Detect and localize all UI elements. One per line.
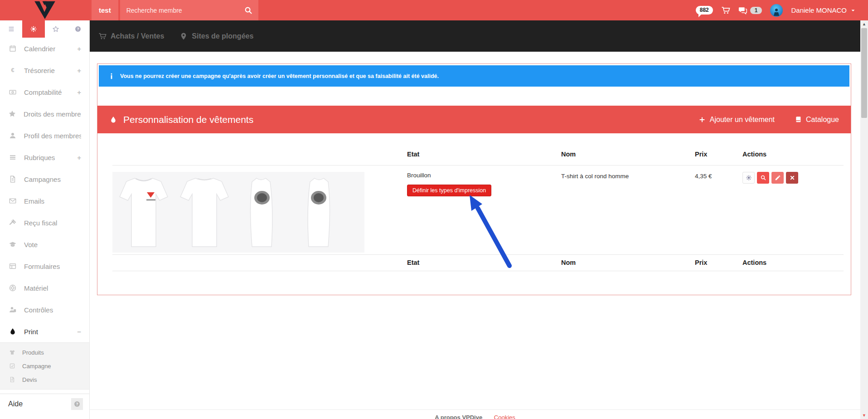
scrollbar[interactable]: ▲ ▼ [860,20,868,419]
map-pin-icon [179,32,188,40]
nom-value: T-shirt à col rond homme [561,173,629,180]
expand-toggle[interactable]: − [77,328,81,336]
sidebar-menu: Calendrier+€Trésorerie+Comptabilité+Droi… [0,38,89,342]
expand-toggle[interactable]: + [77,88,81,96]
expand-toggle[interactable]: + [77,67,81,74]
sidebar-tabs: ? [0,20,89,38]
user-menu[interactable]: Daniele MONACO [791,6,856,14]
gear-icon [746,175,752,181]
drop-icon [109,116,117,124]
avatar[interactable] [770,4,783,17]
expand-toggle[interactable]: + [77,154,81,161]
nav-item-sites-de-plong-es[interactable]: Sites de plongées [179,32,253,40]
garments-table: EtatNomPrixActions [112,143,844,271]
sidebar-item-campagnes[interactable]: Campagnes [0,168,89,190]
actions-cell [742,165,844,254]
sidebar-item-print[interactable]: Print− [0,321,89,342]
cookies-link[interactable]: Cookies [494,414,515,419]
search-icon[interactable] [238,0,258,20]
scrollbar-up-arrow[interactable]: ▲ [860,20,868,28]
list-icon [8,153,17,161]
messages-group[interactable]: 1 [738,6,762,15]
table-wrapper: EtatNomPrixActions [97,143,851,271]
table-icon [8,262,17,270]
sidebar-item-droits-des-membres[interactable]: Droits des membres [0,103,89,125]
nav-item-achats-ventes[interactable]: Achats / Ventes [98,32,164,40]
sidebar-item-contr-les[interactable]: Contrôles [0,299,89,321]
sidebar-item-emails[interactable]: Emails [0,190,89,212]
table-header-row: EtatNomPrixActions [112,143,844,165]
alert-text: Vous ne pourrez créer une campagne qu'ap… [120,73,439,79]
help-row: Aide ? [0,394,89,414]
sidebar-tab-help[interactable]: ? [67,20,89,38]
content-card: Vous ne pourrez créer une campagne qu'ap… [97,63,851,295]
top-right-icons: 882 1 Daniele MONACO [696,0,868,20]
row-edit-button[interactable] [771,172,784,184]
banknote-icon [8,88,17,96]
column-header-actions: Actions [742,143,844,165]
notifications-badge[interactable]: 882 [696,6,713,15]
sidebar-item-tr-sorerie[interactable]: €Trésorerie+ [0,59,89,81]
product-image-cell [112,165,407,254]
help-icon: ? [74,25,82,33]
svg-text:€: € [11,67,14,73]
user-check-icon [8,306,17,314]
sidebar-item-rubriques[interactable]: Rubriques+ [0,146,89,168]
expand-toggle[interactable]: + [77,45,81,53]
euro-icon: € [8,66,17,74]
chat-icon [738,6,747,15]
info-icon [108,73,115,80]
sidebar-tab-star-outline[interactable] [45,20,67,38]
column-header-prix: Prix [695,254,742,271]
calendar-icon [8,44,17,53]
envelope-icon [8,197,17,205]
sidebar-item-calendrier[interactable]: Calendrier+ [0,38,89,59]
delete-icon [789,175,795,181]
search-input[interactable] [120,7,238,14]
sidebar-subitem-produits[interactable]: Produits [0,346,89,359]
column-header-etat: Etat [407,143,561,165]
column-header-image [112,143,407,165]
sidebar-subitem-devis[interactable]: Devis [0,373,89,386]
workspace-label[interactable]: test [92,0,118,20]
row-settings-button[interactable] [742,172,755,184]
brand-logo[interactable] [0,0,90,20]
sidebar-item-profil-des-membres[interactable]: Profil des membres [0,125,89,146]
add-garment-button[interactable]: Ajouter un vêtement [698,116,775,124]
cart-icon[interactable] [721,6,730,15]
sidebar-item-comptabilit-[interactable]: Comptabilité+ [0,81,89,103]
file-icon [9,376,16,383]
page-footer: A propos VPDive Cookies [90,409,860,419]
star-outline-icon [52,25,59,33]
sidebar-item-formulaires[interactable]: Formulaires [0,255,89,277]
user-icon [8,132,17,140]
sidebar-tab-menu[interactable] [0,20,22,38]
tshirt-icon [9,349,16,356]
scrollbar-down-arrow[interactable]: ▼ [860,412,868,419]
menu-icon [8,25,15,33]
catalog-button[interactable]: Catalogue [795,116,839,124]
about-link[interactable]: A propos VPDive [435,414,482,419]
help-icon[interactable]: ? [71,398,83,410]
life-ring-icon [8,284,17,292]
checkbox-icon [9,363,16,369]
pencil-icon [775,175,781,181]
product-image[interactable] [112,172,364,253]
prix-cell: 4,35 € [695,165,742,254]
column-header-prix: Prix [695,143,742,165]
row-view-button[interactable] [757,172,769,184]
column-header-image [112,254,407,271]
sidebar-subitem-campagne[interactable]: Campagne [0,359,89,373]
sidebar-item-vote[interactable]: Vote [0,234,89,255]
column-header-actions: Actions [742,254,844,271]
etat-value: Brouillon [407,172,561,179]
sidebar-item-re-u-fiscal[interactable]: Reçu fiscal [0,212,89,234]
sidebar-tab-gear[interactable] [22,20,44,38]
define-print-types-button[interactable]: Définir les types d'impression [407,185,491,196]
row-delete-button[interactable] [786,172,798,184]
file-icon [8,175,17,183]
column-header-nom: Nom [561,143,695,165]
sidebar-item-mat-riel[interactable]: Matériel [0,277,89,299]
sidebar-print-submenu: ProduitsCampagneDevis [0,342,89,390]
scrollbar-thumb[interactable] [861,28,867,118]
